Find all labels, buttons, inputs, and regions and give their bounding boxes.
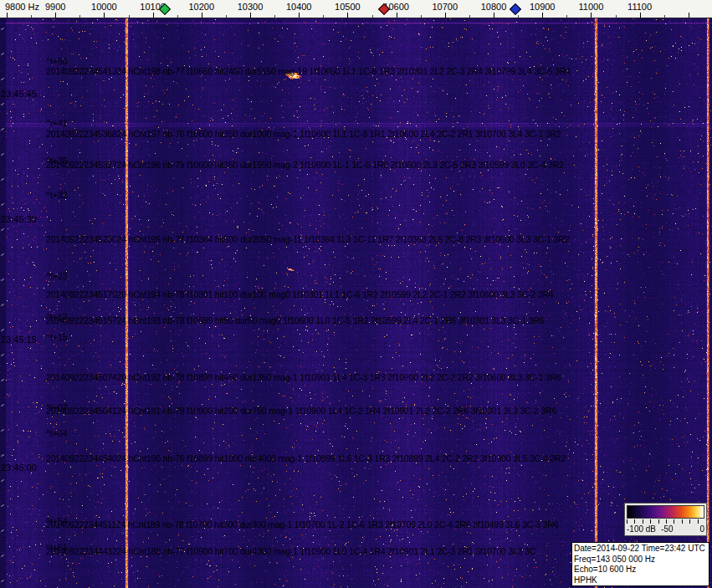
event-time-tag: ^t+15 (46, 332, 68, 342)
ruler-tick (616, 15, 617, 18)
time-tick (1, 454, 4, 457)
freq-label: 10000 (91, 2, 117, 12)
ruler-tick (494, 13, 494, 18)
ruler-tick (129, 15, 130, 18)
ruler-tick (226, 15, 227, 18)
time-tick (1, 329, 4, 331)
ruler-tick (153, 13, 154, 18)
time-axis-label: 23:45:45 (1, 89, 37, 99)
legend-labels: -100 dB -50 0 (627, 524, 704, 534)
detection-line: 20140922234517920 hCnt194 nb-78 f10301 h… (46, 289, 554, 299)
ruler-tick (55, 13, 56, 18)
ruler-tick (397, 13, 397, 18)
ruler-tick (421, 15, 422, 18)
freq-label: 10500 (335, 2, 361, 12)
time-tick (1, 379, 4, 381)
time-tick (1, 529, 4, 532)
freq-label: 10200 (189, 2, 215, 12)
color-scale-legend: -100 dB -50 0 (624, 503, 707, 536)
time-tick (1, 304, 4, 306)
ruler-tick (7, 13, 8, 18)
info-line-station: HPHK (574, 575, 707, 586)
ruler-tick (566, 15, 567, 18)
freq-label: 9900 (45, 2, 65, 12)
time-tick (1, 178, 4, 181)
time-tick (1, 253, 4, 256)
info-line-freq: Freq=143 050 000 Hz (574, 555, 707, 565)
time-tick (1, 354, 4, 356)
detection-line: 20140922234515724 hCnt193 nb-78 f10599 h… (46, 315, 544, 325)
time-tick (1, 555, 4, 557)
event-time-tag: ^t+41 (46, 118, 68, 128)
detection-line: 20140922234451124 hCnt189 nb-78 f10700 h… (46, 519, 558, 529)
time-tick (1, 153, 4, 156)
detection-line: 20140922234507420 hCnt192 nb-78 f10899 h… (46, 372, 561, 382)
ruler-tick (542, 13, 543, 18)
ruler-tick (347, 13, 348, 18)
color-gradient-bar (627, 505, 704, 519)
detection-line: 20140922234504124 hCnt191 nb-79 f10900 h… (46, 406, 556, 416)
info-line-echo: Echo=10 600 Hz (574, 565, 707, 575)
spectrogram-app: 23:45:4523:45:3023:45:1523:45:00^t+50^t+… (0, 0, 712, 588)
legend-label-max: 0 (699, 524, 704, 534)
annotation-overlay: 23:45:4523:45:3023:45:1523:45:00^t+50^t+… (0, 0, 712, 588)
ruler-tick (640, 13, 641, 18)
time-tick (1, 580, 4, 582)
event-time-tag: ^t+04 (46, 428, 68, 438)
ruler-tick (79, 15, 80, 18)
detection-line: 20140922234536824 hCnt197 nb-76 f10600 h… (46, 129, 561, 139)
time-axis-label: 23:45:00 (1, 463, 37, 473)
time-tick (1, 103, 4, 105)
time-tick (1, 78, 4, 80)
ruler-tick (591, 13, 592, 18)
legend-ticks (627, 519, 704, 524)
time-axis-label: 23:45:15 (1, 335, 37, 345)
detection-line: 20140922234454024 hCnt190 nb-76 f10899 h… (46, 453, 566, 463)
ruler-tick (104, 13, 105, 18)
event-time-tag: ^t+32 (46, 190, 68, 200)
freq-label: 11000 (579, 2, 604, 12)
time-tick (1, 128, 4, 130)
ruler-tick (177, 15, 178, 18)
freq-label: 9800 Hz (5, 2, 39, 12)
ruler-tick (664, 15, 665, 18)
freq-label: 10700 (433, 2, 458, 12)
ruler-tick (518, 15, 519, 18)
frequency-ruler: 9800 Hz990010000101001020010300104001050… (0, 0, 712, 18)
event-time-tag: ^t+23 (46, 271, 68, 281)
marker-diamond-blue[interactable] (510, 3, 521, 15)
ruler-tick (31, 15, 32, 18)
legend-label-min: -100 dB (627, 524, 656, 534)
legend-label-mid: -50 (661, 524, 673, 534)
time-tick (1, 504, 4, 507)
time-tick (1, 28, 4, 30)
detection-line: 20140922234523024 hCnt195 nb-77 f10364 h… (46, 234, 569, 244)
freq-label: 10800 (481, 2, 507, 12)
freq-label: 10400 (286, 2, 312, 12)
freq-label: 11100 (627, 2, 652, 12)
info-box: Date=2014-09-22 Time=23:42 UTC Freq=143 … (571, 542, 709, 586)
time-tick (1, 228, 4, 231)
ruler-tick (469, 15, 470, 18)
ruler-tick (299, 13, 300, 18)
detection-line: 20140922234541324 hCnt198 nb-77 f10650 h… (46, 66, 571, 76)
time-tick (1, 429, 4, 432)
freq-label: 10900 (530, 2, 556, 12)
detection-line: 20140922234532724 hCnt196 nb-79 f10600 h… (46, 160, 564, 170)
time-tick (1, 53, 4, 55)
ruler-tick (323, 15, 324, 18)
ruler-tick (372, 15, 373, 18)
detection-line: 20140922234443224 hCnt188 nb-77 f10900 h… (46, 546, 535, 556)
ruler-tick (445, 13, 446, 18)
info-line-date: Date=2014-09-22 Time=23:42 UTC (574, 544, 707, 555)
ruler-tick (689, 13, 689, 18)
time-tick (1, 279, 4, 281)
ruler-tick (274, 15, 275, 18)
time-axis-label: 23:45:30 (1, 214, 37, 224)
time-tick (1, 404, 4, 406)
ruler-tick (202, 13, 202, 18)
ruler-tick (250, 13, 251, 18)
time-tick (1, 203, 4, 206)
event-time-tag: ^t+50 (46, 56, 68, 66)
time-tick (1, 479, 4, 482)
